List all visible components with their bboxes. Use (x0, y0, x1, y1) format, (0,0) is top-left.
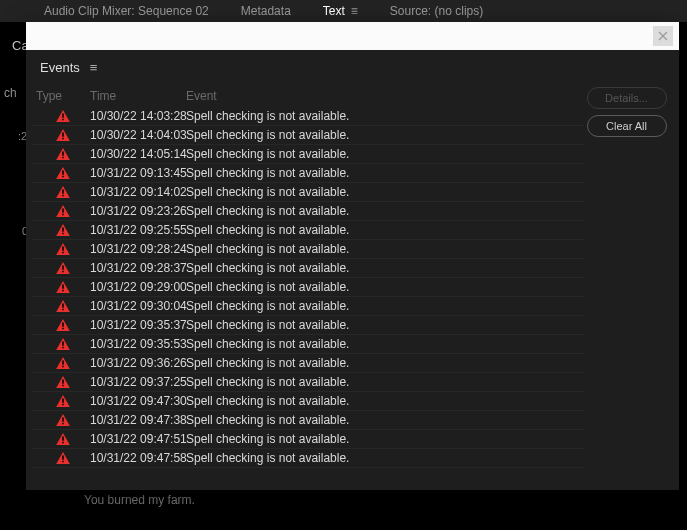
close-button[interactable] (653, 26, 673, 46)
table-row[interactable]: 10/30/22 14:03:28Spell checking is not a… (32, 107, 584, 126)
svg-rect-7 (62, 176, 64, 178)
svg-rect-30 (62, 398, 64, 402)
close-icon (658, 31, 668, 41)
tab-text[interactable]: Text≡ (323, 4, 358, 18)
row-event: Spell checking is not available. (186, 223, 584, 237)
clear-all-button[interactable]: Clear All (587, 115, 667, 137)
bg-caption-text: You burned my farm. (84, 493, 195, 507)
header-event[interactable]: Event (186, 89, 584, 103)
warning-icon (32, 452, 90, 464)
table-row[interactable]: 10/31/22 09:23:26Spell checking is not a… (32, 202, 584, 221)
row-time: 10/31/22 09:14:02 (90, 185, 186, 199)
svg-rect-20 (62, 303, 64, 307)
warning-icon (32, 433, 90, 445)
row-time: 10/31/22 09:25:55 (90, 223, 186, 237)
header-type[interactable]: Type (32, 89, 90, 103)
events-panel-header: Events ≡ (26, 50, 679, 83)
row-time: 10/30/22 14:05:14 (90, 147, 186, 161)
table-row[interactable]: 10/30/22 14:05:14Spell checking is not a… (32, 145, 584, 164)
warning-icon (32, 243, 90, 255)
row-event: Spell checking is not available. (186, 204, 584, 218)
table-row[interactable]: 10/31/22 09:30:04Spell checking is not a… (32, 297, 584, 316)
warning-icon (32, 148, 90, 160)
row-event: Spell checking is not available. (186, 280, 584, 294)
row-event: Spell checking is not available. (186, 356, 584, 370)
row-time: 10/31/22 09:47:38 (90, 413, 186, 427)
warning-icon (32, 224, 90, 236)
table-row[interactable]: 10/31/22 09:47:58Spell checking is not a… (32, 449, 584, 468)
dialog-buttons: Details... Clear All (584, 83, 679, 490)
svg-rect-17 (62, 271, 64, 273)
row-time: 10/31/22 09:13:45 (90, 166, 186, 180)
svg-rect-16 (62, 265, 64, 269)
svg-rect-1 (62, 119, 64, 121)
svg-rect-34 (62, 436, 64, 440)
tab-source[interactable]: Source: (no clips) (390, 4, 483, 18)
events-title: Events (40, 60, 80, 75)
svg-rect-23 (62, 328, 64, 330)
svg-rect-3 (62, 138, 64, 140)
panel-menu-icon[interactable]: ≡ (351, 4, 358, 18)
warning-icon (32, 319, 90, 331)
table-row[interactable]: 10/31/22 09:14:02Spell checking is not a… (32, 183, 584, 202)
row-event: Spell checking is not available. (186, 451, 584, 465)
row-time: 10/31/22 09:47:58 (90, 451, 186, 465)
panel-menu-icon[interactable]: ≡ (90, 60, 98, 75)
tab-text-label: Text (323, 4, 345, 18)
header-time[interactable]: Time (90, 89, 186, 103)
svg-rect-13 (62, 233, 64, 235)
warning-icon (32, 110, 90, 122)
warning-icon (32, 414, 90, 426)
table-row[interactable]: 10/31/22 09:36:26Spell checking is not a… (32, 354, 584, 373)
svg-rect-12 (62, 227, 64, 231)
svg-rect-32 (62, 417, 64, 421)
svg-rect-21 (62, 309, 64, 311)
svg-rect-29 (62, 385, 64, 387)
warning-icon (32, 262, 90, 274)
events-rows: 10/30/22 14:03:28Spell checking is not a… (32, 107, 584, 490)
table-row[interactable]: 10/31/22 09:28:37Spell checking is not a… (32, 259, 584, 278)
svg-rect-2 (62, 132, 64, 136)
warning-icon (32, 395, 90, 407)
row-time: 10/30/22 14:03:28 (90, 109, 186, 123)
tab-metadata[interactable]: Metadata (241, 4, 291, 18)
table-row[interactable]: 10/31/22 09:37:25Spell checking is not a… (32, 373, 584, 392)
row-event: Spell checking is not available. (186, 261, 584, 275)
svg-rect-25 (62, 347, 64, 349)
row-time: 10/31/22 09:47:30 (90, 394, 186, 408)
table-row[interactable]: 10/31/22 09:13:45Spell checking is not a… (32, 164, 584, 183)
row-time: 10/31/22 09:37:25 (90, 375, 186, 389)
svg-rect-5 (62, 157, 64, 159)
row-event: Spell checking is not available. (186, 166, 584, 180)
table-row[interactable]: 10/31/22 09:29:00Spell checking is not a… (32, 278, 584, 297)
svg-rect-26 (62, 360, 64, 364)
svg-rect-28 (62, 379, 64, 383)
table-row[interactable]: 10/31/22 09:28:24Spell checking is not a… (32, 240, 584, 259)
row-time: 10/31/22 09:23:26 (90, 204, 186, 218)
svg-rect-24 (62, 341, 64, 345)
table-row[interactable]: 10/30/22 14:04:03Spell checking is not a… (32, 126, 584, 145)
svg-rect-9 (62, 195, 64, 197)
row-time: 10/31/22 09:30:04 (90, 299, 186, 313)
warning-icon (32, 281, 90, 293)
row-time: 10/31/22 09:35:53 (90, 337, 186, 351)
tab-audio-mixer[interactable]: Audio Clip Mixer: Sequence 02 (44, 4, 209, 18)
svg-rect-35 (62, 442, 64, 444)
table-header: Type Time Event (32, 83, 584, 107)
row-event: Spell checking is not available. (186, 432, 584, 446)
row-event: Spell checking is not available. (186, 299, 584, 313)
row-event: Spell checking is not available. (186, 109, 584, 123)
dialog-titlebar (26, 22, 679, 50)
table-row[interactable]: 10/31/22 09:47:38Spell checking is not a… (32, 411, 584, 430)
row-event: Spell checking is not available. (186, 318, 584, 332)
row-time: 10/31/22 09:47:51 (90, 432, 186, 446)
details-button: Details... (587, 87, 667, 109)
table-row[interactable]: 10/31/22 09:47:30Spell checking is not a… (32, 392, 584, 411)
warning-icon (32, 300, 90, 312)
table-row[interactable]: 10/31/22 09:35:53Spell checking is not a… (32, 335, 584, 354)
row-event: Spell checking is not available. (186, 413, 584, 427)
table-row[interactable]: 10/31/22 09:35:37Spell checking is not a… (32, 316, 584, 335)
svg-rect-22 (62, 322, 64, 326)
table-row[interactable]: 10/31/22 09:25:55Spell checking is not a… (32, 221, 584, 240)
table-row[interactable]: 10/31/22 09:47:51Spell checking is not a… (32, 430, 584, 449)
